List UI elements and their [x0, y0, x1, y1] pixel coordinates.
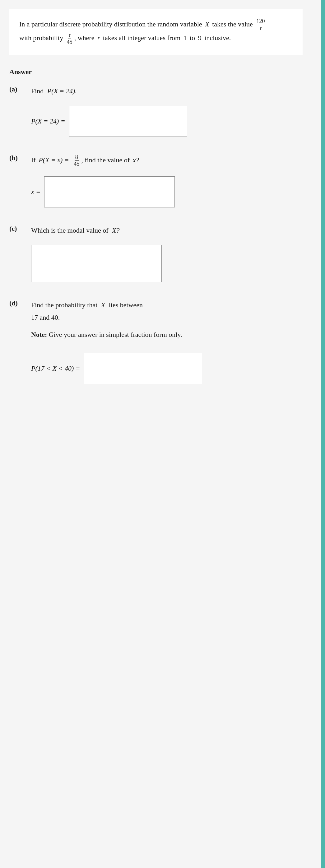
- part-d-input[interactable]: [84, 353, 202, 384]
- note-text: Give your answer in simplest fraction fo…: [49, 331, 182, 338]
- part-a-row: (a) Find P(X = 24).: [9, 85, 303, 97]
- from-val: 1: [184, 34, 187, 42]
- part-c-row: (c) Which is the modal value of X?: [9, 224, 303, 236]
- part-b-frac-numer: 8: [75, 154, 79, 161]
- part-d-label: (d): [9, 299, 25, 307]
- part-d-variable-x: X: [101, 301, 105, 309]
- problem-intro2: takes the value: [212, 20, 253, 28]
- to-val: 9: [198, 34, 201, 42]
- prob-fraction: r 45: [66, 32, 73, 45]
- problem-intro: In a particular discrete probability dis…: [19, 20, 202, 28]
- part-b-label: (b): [9, 154, 25, 162]
- part-b-find: find the value of: [85, 156, 130, 164]
- part-b-answer-row: x =: [31, 176, 303, 208]
- part-d-row: (d) Find the probability that X lies bet…: [9, 299, 303, 340]
- part-d-prefix: P(17 < X < 40) =: [31, 365, 80, 373]
- part-c-which: Which is the modal value of: [31, 226, 108, 234]
- part-c-label: (c): [9, 224, 25, 232]
- value-fraction-denom: r: [259, 25, 262, 32]
- part-c-input[interactable]: [31, 245, 162, 282]
- prob-fraction-numer: r: [68, 32, 71, 39]
- part-c-text: Which is the modal value of X?: [31, 224, 120, 236]
- part-d-values: 17 and 40.: [31, 313, 60, 321]
- problem-variable-x: X: [205, 20, 209, 28]
- where-text: where: [78, 34, 95, 42]
- part-a-block: (a) Find P(X = 24). P(X = 24) =: [9, 85, 303, 136]
- page-container: In a particular discrete probability dis…: [0, 0, 325, 868]
- part-d-answer-row: P(17 < X < 40) =: [31, 353, 303, 384]
- prob-text: with probability: [19, 34, 63, 42]
- part-a-text: Find P(X = 24).: [31, 85, 77, 97]
- part-a-input[interactable]: [69, 106, 187, 137]
- part-d-note: Note: Give your answer in simplest fract…: [31, 329, 182, 340]
- part-d-find: Find the probability that: [31, 301, 97, 309]
- part-b-prefix: x =: [31, 188, 40, 196]
- part-b-variable: x?: [132, 156, 139, 164]
- part-c-block: (c) Which is the modal value of X?: [9, 224, 303, 282]
- value-fraction: 120 r: [256, 18, 265, 32]
- part-d-line1: Find the probability that X lies between: [31, 299, 182, 311]
- problem-rest: takes all integer values from: [103, 34, 181, 42]
- part-d-text: Find the probability that X lies between…: [31, 299, 182, 340]
- inclusive-text: inclusive.: [204, 34, 231, 42]
- part-c-variable: X?: [112, 226, 120, 234]
- part-b-if: If: [31, 156, 36, 164]
- part-a-expression: P(X = 24).: [47, 87, 77, 95]
- part-a-answer-row: P(X = 24) =: [31, 106, 303, 137]
- variable-r: r: [97, 34, 100, 42]
- part-d-line2: 17 and 40.: [31, 312, 182, 323]
- part-a-label: (a): [9, 85, 25, 93]
- part-d-block: (d) Find the probability that X lies bet…: [9, 299, 303, 384]
- part-b-fraction: 8 45: [73, 154, 80, 167]
- part-d-lies: lies between: [109, 301, 143, 309]
- content-area: In a particular discrete probability dis…: [0, 0, 321, 420]
- value-fraction-numer: 120: [256, 18, 265, 25]
- part-b-row: (b) If P(X = x) = 8 45 , find the value …: [9, 154, 303, 167]
- note-label: Note:: [31, 331, 47, 338]
- part-a-prefix: P(X = 24) =: [31, 117, 65, 125]
- prob-fraction-denom: 45: [66, 39, 73, 46]
- part-b-block: (b) If P(X = x) = 8 45 , find the value …: [9, 154, 303, 208]
- part-b-expression: P(X = x) =: [39, 156, 71, 164]
- part-b-input[interactable]: [44, 176, 175, 208]
- part-b-text: If P(X = x) = 8 45 , find the value of x…: [31, 154, 139, 167]
- part-b-frac-denom: 45: [73, 161, 80, 167]
- to-text: to: [190, 34, 195, 42]
- problem-statement: In a particular discrete probability dis…: [9, 9, 303, 55]
- part-a-find: Find: [31, 87, 43, 95]
- part-c-answer-area: [9, 245, 303, 282]
- answer-label: Answer: [9, 68, 303, 76]
- teal-accent-bar: [321, 0, 325, 868]
